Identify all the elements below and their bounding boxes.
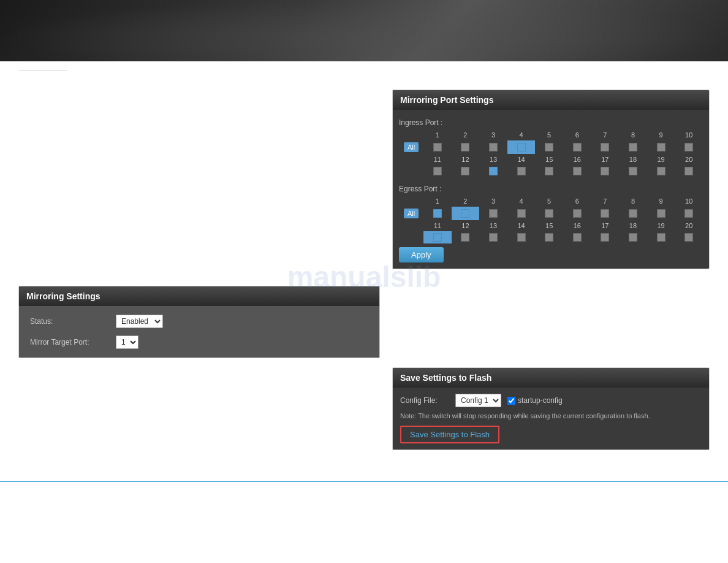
egress-check-17[interactable] [601, 233, 609, 242]
ingress-cb-1[interactable] [423, 140, 452, 154]
ingress-cb-13[interactable] [479, 165, 507, 177]
ingress-check-18[interactable] [629, 167, 637, 175]
mirror-target-dropdown[interactable]: 1 2 3 [116, 335, 138, 349]
egress-cb-4[interactable] [507, 207, 536, 220]
ingress-cb-2[interactable] [452, 140, 480, 154]
ingress-cb-10[interactable] [675, 140, 703, 154]
startup-config-checkbox[interactable] [507, 397, 515, 405]
egress-check-5[interactable] [545, 209, 553, 218]
ingress-check-15[interactable] [545, 167, 553, 175]
egress-cb-5[interactable] [535, 207, 563, 220]
ingress-cb-19[interactable] [647, 165, 675, 177]
ingress-check-14[interactable] [517, 167, 526, 175]
egress-col-13: 13 [479, 220, 507, 231]
ingress-check-20[interactable] [684, 167, 693, 175]
egress-cb-17[interactable] [591, 231, 620, 243]
left-column: Mirroring Settings Status: Enabled Disab… [18, 90, 380, 450]
ingress-cb-14[interactable] [507, 165, 536, 177]
mirroring-port-settings-panel: Mirroring Port Settings Ingress Port : 1… [392, 90, 710, 269]
mirror-target-label: Mirror Target Port: [24, 332, 110, 353]
ingress-check-7[interactable] [601, 143, 609, 151]
status-dropdown[interactable]: Enabled Disabled [116, 315, 163, 328]
ingress-cb-8[interactable] [619, 140, 647, 154]
egress-cb-18[interactable] [619, 231, 647, 243]
egress-cb-16[interactable] [563, 231, 591, 243]
egress-check-18[interactable] [629, 233, 637, 242]
ingress-cb-17[interactable] [591, 165, 620, 177]
ingress-cb-9[interactable] [647, 140, 675, 154]
egress-check-4[interactable] [517, 209, 526, 218]
egress-all-button[interactable]: All [404, 209, 419, 218]
egress-check-16[interactable] [573, 233, 582, 242]
ingress-col-12: 12 [452, 154, 480, 165]
egress-check-10[interactable] [684, 209, 693, 218]
egress-check-7[interactable] [601, 209, 609, 218]
egress-cb-2[interactable] [452, 207, 480, 220]
egress-check-12[interactable] [461, 233, 469, 242]
egress-check-1[interactable] [433, 209, 442, 218]
egress-cb-11[interactable] [423, 231, 452, 243]
ingress-check-10[interactable] [684, 143, 693, 151]
ingress-cb-3[interactable] [479, 140, 507, 154]
egress-all-header-cell [399, 196, 423, 207]
egress-cb-10[interactable] [675, 207, 703, 220]
ingress-cb-20[interactable] [675, 165, 703, 177]
egress-check-9[interactable] [657, 209, 665, 218]
ingress-check-3[interactable] [489, 143, 498, 151]
ingress-cb-5[interactable] [535, 140, 563, 154]
egress-cb-14[interactable] [507, 231, 536, 243]
ingress-check-4[interactable] [517, 143, 526, 151]
config-file-dropdown[interactable]: Config 1 Config 2 [455, 394, 501, 407]
egress-check-13[interactable] [489, 233, 498, 242]
ingress-cb-12[interactable] [452, 165, 480, 177]
egress-check-15[interactable] [545, 233, 553, 242]
ingress-check-2[interactable] [461, 143, 469, 151]
egress-check-2[interactable] [461, 209, 469, 218]
egress-check-20[interactable] [684, 233, 693, 242]
save-flash-button[interactable]: Save Settings to Flash [400, 426, 499, 443]
ingress-cb-6[interactable] [563, 140, 591, 154]
ingress-check-19[interactable] [657, 167, 665, 175]
egress-check-6[interactable] [573, 209, 582, 218]
egress-cb-13[interactable] [479, 231, 507, 243]
egress-cb-3[interactable] [479, 207, 507, 220]
ingress-check-9[interactable] [657, 143, 665, 151]
save-settings-panel: Save Settings to Flash Config File: Conf… [392, 367, 710, 450]
egress-cb-1[interactable] [423, 207, 452, 220]
ingress-all-button[interactable]: All [404, 142, 419, 152]
egress-cb-19[interactable] [647, 231, 675, 243]
ingress-check-1[interactable] [433, 143, 442, 151]
ingress-check-17[interactable] [601, 167, 609, 175]
egress-check-19[interactable] [657, 233, 665, 242]
egress-cb-8[interactable] [619, 207, 647, 220]
apply-button[interactable]: Apply [399, 247, 444, 262]
ingress-cb-18[interactable] [619, 165, 647, 177]
ingress-check-6[interactable] [573, 143, 582, 151]
ingress-check-16[interactable] [573, 167, 582, 175]
ingress-check-11[interactable] [433, 167, 442, 175]
startup-config-label[interactable]: startup-config [507, 396, 563, 405]
ingress-cb-7[interactable] [591, 140, 620, 154]
egress-check-11[interactable] [433, 233, 442, 242]
egress-cb-12[interactable] [452, 231, 480, 243]
ingress-check-5[interactable] [545, 143, 553, 151]
ingress-cb-16[interactable] [563, 165, 591, 177]
ingress-check-13[interactable] [489, 167, 498, 175]
egress-cb-15[interactable] [535, 231, 563, 243]
egress-check-3[interactable] [489, 209, 498, 218]
ingress-cb-11[interactable] [423, 165, 452, 177]
egress-col-7: 7 [591, 196, 620, 207]
egress-col-5: 5 [535, 196, 563, 207]
right-spacer [392, 282, 710, 355]
mirroring-settings-title: Mirroring Settings [19, 286, 379, 306]
ingress-check-8[interactable] [629, 143, 637, 151]
egress-check-14[interactable] [517, 233, 526, 242]
ingress-cb-15[interactable] [535, 165, 563, 177]
egress-cb-9[interactable] [647, 207, 675, 220]
ingress-cb-4[interactable] [507, 140, 536, 154]
egress-cb-7[interactable] [591, 207, 620, 220]
ingress-check-12[interactable] [461, 167, 469, 175]
egress-check-8[interactable] [629, 209, 637, 218]
egress-cb-6[interactable] [563, 207, 591, 220]
egress-cb-20[interactable] [675, 231, 703, 243]
